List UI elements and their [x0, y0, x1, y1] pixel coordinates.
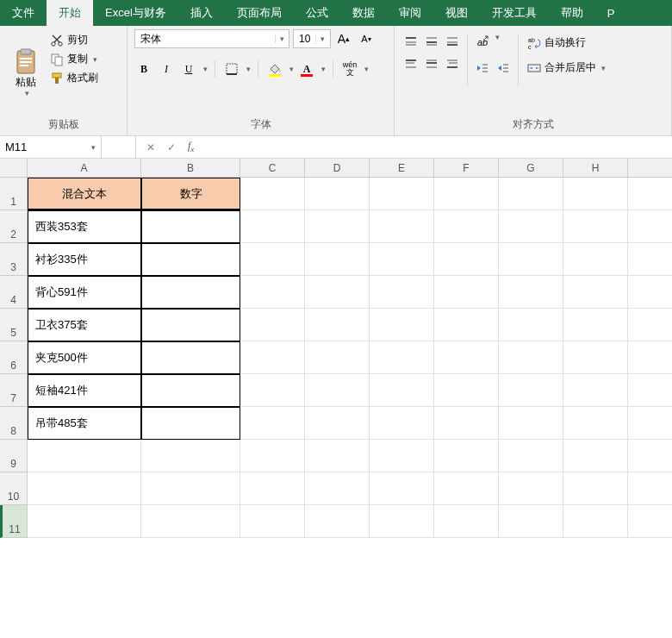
cells-area[interactable]: 混合文本数字西装353套衬衫335件背心591件卫衣375套夹克500件短袖42…	[28, 178, 672, 538]
align-right-button[interactable]	[443, 53, 462, 72]
merge-icon	[527, 61, 541, 75]
chevron-down-icon[interactable]: ▾	[246, 65, 251, 73]
column-headers: ABCDEFGH	[0, 159, 672, 178]
name-box[interactable]: M11 ▾	[0, 136, 102, 158]
chevron-down-icon[interactable]: ▾	[203, 65, 208, 73]
row-header-11[interactable]: 11	[0, 505, 27, 538]
ribbon-tab-5[interactable]: 公式	[294, 0, 340, 26]
increase-indent-button[interactable]	[494, 59, 513, 78]
group-clipboard: 粘贴 ▾ 剪切 复制 ▾ 格式刷 剪贴板	[0, 26, 128, 135]
cell-A1[interactable]: 混合文本	[28, 178, 141, 210]
align-top-button[interactable]	[401, 33, 420, 52]
col-header-C[interactable]: C	[240, 159, 305, 177]
cell-A7[interactable]: 短袖421件	[28, 374, 141, 407]
orientation-button[interactable]: ab	[473, 33, 492, 52]
ribbon-tab-3[interactable]: 插入	[178, 0, 225, 26]
cell-A6[interactable]: 夹克500件	[28, 341, 141, 374]
cell-B8[interactable]	[141, 407, 240, 440]
ribbon-tab-1[interactable]: 开始	[47, 0, 93, 26]
cell-B7[interactable]	[141, 374, 240, 407]
decrease-font-button[interactable]: A▾	[357, 29, 376, 48]
cell-B2[interactable]	[141, 210, 240, 243]
col-header-F[interactable]: F	[434, 159, 499, 177]
font-color-button[interactable]: A	[297, 59, 316, 78]
row-header-7[interactable]: 7	[0, 374, 27, 407]
fx-icon[interactable]: fx	[188, 140, 194, 153]
chevron-down-icon[interactable]: ▾	[364, 65, 369, 73]
formula-input[interactable]	[204, 136, 672, 158]
chevron-down-icon[interactable]: ▾	[495, 33, 500, 52]
row-header-9[interactable]: 9	[0, 440, 27, 472]
col-header-H[interactable]: H	[563, 159, 628, 177]
ribbon-tab-6[interactable]: 数据	[340, 0, 387, 26]
cut-button[interactable]: 剪切	[47, 32, 102, 48]
ribbon-tab-7[interactable]: 审阅	[387, 0, 433, 26]
enter-formula-icon[interactable]: ✓	[167, 141, 176, 153]
align-bottom-button[interactable]	[443, 33, 462, 52]
chevron-down-icon: ▾	[601, 64, 606, 72]
increase-font-button[interactable]: A▴	[334, 29, 353, 48]
ribbon-tab-8[interactable]: 视图	[433, 0, 480, 26]
chevron-down-icon: ▾	[91, 143, 96, 152]
row-header-8[interactable]: 8	[0, 407, 27, 440]
select-all-corner[interactable]	[0, 159, 28, 177]
border-button[interactable]	[222, 59, 241, 78]
ribbon-tab-4[interactable]: 页面布局	[225, 0, 294, 26]
ribbon-tab-11[interactable]: P	[595, 0, 627, 26]
cell-A4[interactable]: 背心591件	[28, 276, 141, 309]
row-header-6[interactable]: 6	[0, 341, 27, 374]
ribbon-tabs: 文件开始Excel与财务插入页面布局公式数据审阅视图开发工具帮助P	[0, 0, 672, 26]
ribbon-tab-9[interactable]: 开发工具	[480, 0, 549, 26]
col-header-A[interactable]: A	[28, 159, 141, 177]
italic-button[interactable]: I	[157, 59, 176, 78]
row-header-4[interactable]: 4	[0, 276, 27, 309]
copy-button[interactable]: 复制 ▾	[47, 51, 102, 67]
paintbrush-icon	[50, 72, 64, 85]
chevron-down-icon: ▾	[275, 34, 289, 43]
cell-A2[interactable]: 西装353套	[28, 210, 141, 243]
cell-B6[interactable]	[141, 341, 240, 374]
svg-rect-11	[227, 64, 237, 74]
col-header-D[interactable]: D	[305, 159, 370, 177]
row-header-3[interactable]: 3	[0, 243, 27, 276]
ribbon-tab-0[interactable]: 文件	[0, 0, 47, 26]
row-headers: 1234567891011	[0, 178, 28, 538]
row-header-10[interactable]: 10	[0, 472, 27, 505]
underline-button[interactable]: U	[179, 59, 198, 78]
cell-B1[interactable]: 数字	[141, 178, 240, 210]
cell-B3[interactable]	[141, 243, 240, 276]
row-header-1[interactable]: 1	[0, 178, 27, 210]
row-header-2[interactable]: 2	[0, 210, 27, 243]
format-painter-button[interactable]: 格式刷	[47, 70, 102, 86]
cell-B4[interactable]	[141, 276, 240, 309]
chevron-down-icon[interactable]: ▾	[289, 65, 294, 73]
ribbon-tab-2[interactable]: Excel与财务	[93, 0, 178, 26]
cell-B5[interactable]	[141, 309, 240, 341]
paste-button[interactable]: 粘贴 ▾	[7, 29, 45, 116]
cell-A5[interactable]: 卫衣375套	[28, 309, 141, 341]
align-left-button[interactable]	[401, 53, 420, 72]
svg-rect-8	[55, 57, 62, 66]
col-header-E[interactable]: E	[370, 159, 434, 177]
ribbon-tab-10[interactable]: 帮助	[549, 0, 595, 26]
align-middle-button[interactable]	[422, 33, 441, 52]
cell-A3[interactable]: 衬衫335件	[28, 243, 141, 276]
copy-icon	[50, 53, 64, 66]
col-header-G[interactable]: G	[499, 159, 563, 177]
spreadsheet-grid: ABCDEFGH 1234567891011 混合文本数字西装353套衬衫335…	[0, 159, 672, 538]
wrap-text-button[interactable]: abc 自动换行	[524, 34, 609, 51]
merge-center-button[interactable]: 合并后居中 ▾	[524, 59, 609, 76]
font-size-combo[interactable]: 10 ▾	[293, 29, 331, 48]
align-center-button[interactable]	[422, 53, 441, 72]
fill-color-button[interactable]	[265, 59, 284, 78]
group-label-clipboard: 剪贴板	[7, 116, 120, 134]
cancel-formula-icon[interactable]: ✕	[146, 141, 155, 153]
phonetic-button[interactable]: wén文	[340, 59, 359, 78]
chevron-down-icon[interactable]: ▾	[321, 65, 326, 73]
decrease-indent-button[interactable]	[473, 59, 492, 78]
cell-A8[interactable]: 吊带485套	[28, 407, 141, 440]
row-header-5[interactable]: 5	[0, 309, 27, 341]
col-header-B[interactable]: B	[141, 159, 240, 177]
font-name-combo[interactable]: 宋体 ▾	[134, 29, 289, 48]
bold-button[interactable]: B	[134, 59, 153, 78]
